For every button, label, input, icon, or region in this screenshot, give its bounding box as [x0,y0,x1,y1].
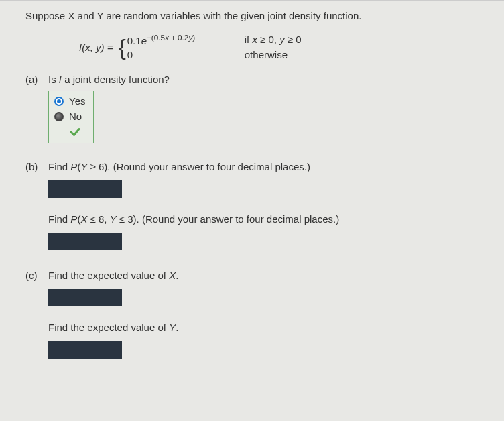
check-icon [69,129,81,140]
formula-cases: 0.1e−(0.5x + 0.2y) if x ≥ 0, y ≥ 0 0 oth… [127,32,302,62]
part-c-q2: Find the expected value of Y. [48,322,485,333]
part-c-q1-input[interactable] [48,289,122,306]
part-a-question: Is f a joint density function? [48,74,485,85]
part-c-q1: Find the expected value of X. [48,269,485,281]
radio-yes[interactable]: Yes [54,95,85,107]
intro-text: Suppose X and Y are random variables wit… [25,10,485,21]
part-b-q2: Find P(X ≤ 8, Y ≤ 3). (Round your answer… [48,213,485,225]
radio-dot-icon [54,112,64,121]
part-a: (a) Is f a joint density function? Yes N… [25,74,485,143]
case2-expr: 0 [127,48,245,62]
part-b-q2-input[interactable] [48,233,122,250]
part-b-q1: Find P(Y ≥ 6). (Round your answer to fou… [48,161,485,172]
case2-cond: otherwise [245,48,288,62]
radio-no[interactable]: No [54,111,85,122]
part-a-label: (a) [25,74,48,143]
part-a-answer-box: Yes No [48,91,94,143]
formula-lhs: f(x, y) = [79,42,113,53]
part-c-q2-input[interactable] [48,341,122,359]
part-b-label: (b) [25,161,48,252]
radio-dot-icon [54,97,64,106]
brace-icon: { [118,36,125,58]
part-c-label: (c) [25,269,48,361]
radio-yes-label: Yes [69,95,85,107]
question-page: Suppose X and Y are random variables wit… [0,0,504,421]
case1-expr: 0.1e−(0.5x + 0.2y) [127,32,245,48]
part-b-q1-input[interactable] [48,180,122,198]
radio-no-label: No [69,111,82,122]
density-formula: f(x, y) = { 0.1e−(0.5x + 0.2y) if x ≥ 0,… [79,32,485,62]
case1-cond: if x ≥ 0, y ≥ 0 [245,32,302,48]
part-b: (b) Find P(Y ≥ 6). (Round your answer to… [25,161,485,252]
part-c: (c) Find the expected value of X. Find t… [25,269,485,361]
